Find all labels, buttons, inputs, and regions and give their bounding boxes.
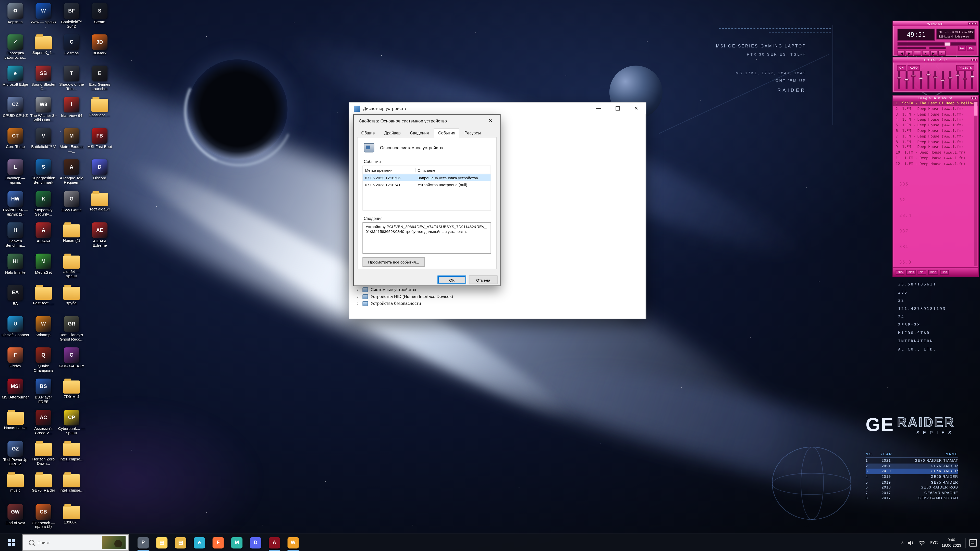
winamp-minimize-button[interactable] — [968, 22, 970, 25]
desktop-icon[interactable]: KKaspersky Security... — [29, 189, 57, 221]
winamp-close-button[interactable] — [974, 22, 977, 25]
playlist-sel-button[interactable]: SEL — [918, 270, 926, 275]
desktop-icon[interactable]: GGOG GALAXY — [57, 345, 86, 377]
eq-band-slider[interactable] — [935, 71, 936, 89]
winamp-balance-slider[interactable] — [929, 47, 946, 49]
desktop-icon[interactable]: CZCPUID CPU-Z — [1, 95, 29, 127]
desktop-icon[interactable]: intel_chipse... — [57, 471, 86, 502]
playlist-track[interactable]: 7. 1.FM - Deep House (www.1.fm) — [893, 134, 978, 139]
eq-band-slider[interactable] — [920, 71, 922, 89]
tree-item[interactable]: ›Устройства HID (Human Interface Devices… — [357, 293, 453, 300]
equalizer-titlebar[interactable]: EQUALIZER — [893, 57, 978, 62]
cancel-button[interactable]: Отмена — [469, 275, 498, 284]
playlist-rem-button[interactable]: REM — [907, 270, 916, 275]
eq-band-slider[interactable] — [964, 71, 966, 89]
playlist-track[interactable]: 6. 1.FM - Deep House (www.1.fm) — [893, 128, 978, 134]
winamp-eject-button[interactable]: ▲ — [938, 51, 945, 56]
taskbar-folder-icon[interactable]: ▤ — [171, 534, 190, 551]
dialog-close-button[interactable]: ✕ — [481, 115, 500, 127]
desktop-icon[interactable]: UUbisoft Connect — [1, 314, 29, 346]
winamp-stop-button[interactable]: ■ — [922, 51, 929, 56]
search-daily-image[interactable] — [102, 536, 126, 549]
desktop-icon[interactable]: 7D91v14 — [57, 377, 86, 408]
event-row[interactable]: 07.06.2023 12:01:36Запрошена установка у… — [363, 174, 491, 181]
action-center-icon[interactable] — [969, 539, 977, 546]
desktop-icon[interactable]: CTCore Temp — [1, 127, 29, 158]
winamp-play-button[interactable]: ▶ — [906, 51, 913, 56]
minimize-button[interactable] — [589, 103, 608, 114]
keyboard-language-indicator[interactable]: РУС — [930, 540, 938, 545]
network-icon[interactable] — [918, 540, 926, 546]
eq-band-slider[interactable] — [956, 71, 958, 89]
taskbar-mediaget-icon[interactable]: M — [228, 534, 246, 551]
desktop-icon[interactable]: FFirefox — [1, 345, 29, 377]
event-row[interactable]: 07.06.2023 12:01:41Устройство настроено … — [363, 181, 491, 188]
desktop-icon[interactable]: DDiscord — [86, 158, 114, 189]
desktop-icon[interactable]: FBMSI Fast Boot — [86, 127, 114, 158]
desktop-icon[interactable]: AEAIDA64 Extreme — [86, 221, 114, 252]
taskbar-search[interactable]: Поиск — [22, 534, 129, 551]
desktop-icon[interactable]: MMetro Exodus —... — [57, 127, 86, 158]
playlist-track[interactable]: 1. SanTa - The Best Of Deep & Mellow... — [893, 100, 978, 106]
winamp-titlebar[interactable]: WINAMP — [893, 21, 978, 26]
desktop-icon[interactable]: EEpic Games Launcher — [86, 64, 114, 95]
desktop-icon[interactable]: MSIMSI Afterburner — [1, 377, 29, 408]
playlist-track[interactable]: 3. 1.FM - Deep House (www.1.fm) — [893, 111, 978, 117]
desktop-icon[interactable]: тест aida64 — [86, 189, 114, 221]
desktop-icon[interactable]: WWow — ярлык — [29, 1, 57, 33]
desktop-icon[interactable]: Новая папка — [1, 408, 29, 440]
desktop-icon[interactable]: EAEA — [1, 283, 29, 314]
expand-chevron-icon[interactable]: › — [357, 294, 363, 299]
playlist-track[interactable]: 11. 1.FM - Deep House (www.1.fm) — [893, 156, 978, 161]
eq-band-slider[interactable] — [942, 71, 944, 89]
desktop-icon[interactable]: Новая (2) — [57, 221, 86, 252]
desktop-icon[interactable]: music — [1, 471, 29, 502]
playlist-misc-button[interactable]: MISC — [928, 270, 938, 275]
eq-band-slider[interactable] — [928, 71, 929, 89]
playlist-track[interactable]: 4. 1.FM - Deep House (www.1.fm) — [893, 117, 978, 123]
tree-item[interactable]: ›Устройства безопасности — [357, 300, 453, 307]
taskbar-msi-afterburner-icon[interactable]: A — [265, 534, 283, 551]
eq-band-slider[interactable] — [905, 71, 907, 89]
desktop-icon[interactable]: AAIDA64 — [29, 221, 57, 252]
desktop-icon[interactable]: труба — [57, 283, 86, 314]
desktop-icon[interactable]: eMicrosoft Edge — [1, 64, 29, 95]
playlist-shade-button[interactable] — [971, 97, 974, 100]
desktop-icon[interactable]: GWGod of War — [1, 502, 29, 534]
desktop-icon[interactable]: BFBattlefield™ 2042 — [57, 1, 86, 33]
dialog-tab[interactable]: Ресурсы — [460, 129, 485, 137]
winamp-eq-toggle[interactable]: EQ — [958, 46, 966, 51]
eq-presets-button[interactable]: PRESETS — [956, 65, 974, 71]
desktop-icon[interactable]: FastBoot_... — [29, 283, 57, 314]
desktop-icon[interactable]: GRTom Clancy's Ghost Reco... — [57, 314, 86, 346]
desktop-icon[interactable]: WWinamp — [29, 314, 57, 346]
start-button[interactable] — [0, 534, 22, 551]
taskbar-firefox-icon[interactable]: F — [209, 534, 228, 551]
dialog-tab[interactable]: События — [434, 128, 460, 138]
expand-chevron-icon[interactable]: › — [357, 287, 363, 292]
playlist-track[interactable]: 9. 1.FM - Deep House (www.1.fm) — [893, 144, 978, 150]
winamp-next-button[interactable]: ▶| — [930, 51, 937, 56]
dialog-titlebar[interactable]: Свойства: Основное системное устройство — [354, 115, 500, 127]
taskbar-photos-icon[interactable]: P — [134, 534, 152, 551]
desktop-icon[interactable]: SBSound Blaster C... — [29, 64, 57, 95]
clock[interactable]: 0:40 19.06.2023 — [942, 537, 961, 548]
playlist-add-button[interactable]: ADD — [896, 270, 904, 275]
playlist-list-button[interactable]: LIST — [940, 270, 949, 275]
desktop-icon[interactable]: LЛаунчер — ярлык — [1, 158, 29, 189]
playlist-track[interactable]: 12. 1.FM - Deep House (www.1.fm) — [893, 161, 978, 167]
desktop-icon[interactable]: QQuake Champions — [29, 345, 57, 377]
desktop-icon[interactable]: W3The Witcher 3 - Wild Hunt... — [29, 95, 57, 127]
desktop-icon[interactable]: SSuperposition Benchmark — [29, 158, 57, 189]
desktop-icon[interactable]: FastBoot_... — [86, 95, 114, 127]
event-details-box[interactable]: Устройству PCI \VEN_8086&DEV_A74F&SUBSYS… — [363, 222, 491, 254]
winamp-prev-button[interactable]: |◀ — [897, 51, 905, 56]
winamp-shade-button[interactable] — [971, 22, 974, 25]
taskbar-file-explorer-icon[interactable]: ▤ — [153, 534, 171, 551]
desktop-icon[interactable]: ♻Корзина — [1, 1, 29, 33]
eq-band-slider[interactable] — [898, 71, 900, 89]
desktop-icon[interactable]: VBattlefield™ V — [29, 127, 57, 158]
playlist-scrollbar-knob[interactable] — [974, 102, 977, 116]
playlist-scrollbar[interactable] — [974, 102, 977, 266]
desktop-icon[interactable]: HIHalo Infinite — [1, 251, 29, 283]
